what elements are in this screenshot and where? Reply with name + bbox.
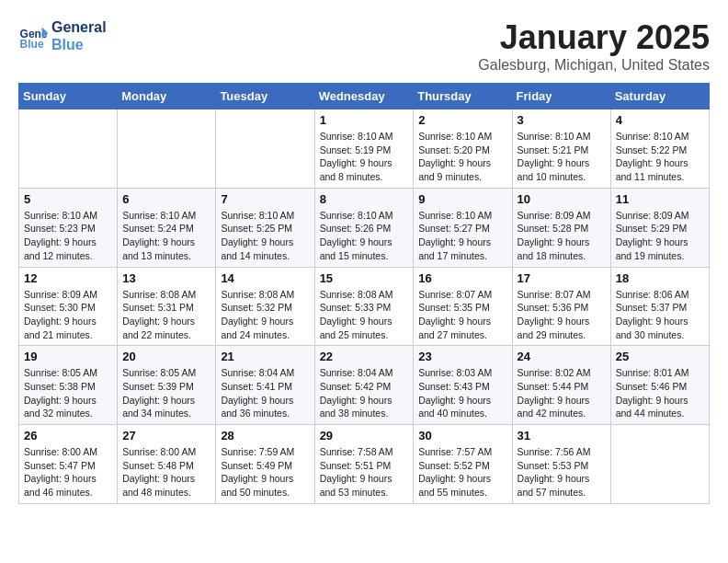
weekday-header: Friday [512, 84, 610, 109]
day-info: Sunrise: 8:00 AM Sunset: 5:47 PM Dayligh… [24, 445, 112, 500]
day-info: Sunrise: 7:59 AM Sunset: 5:49 PM Dayligh… [221, 445, 309, 500]
calendar-cell: 2Sunrise: 8:10 AM Sunset: 5:20 PM Daylig… [414, 109, 512, 189]
day-number: 29 [320, 429, 409, 442]
calendar-week-row: 26Sunrise: 8:00 AM Sunset: 5:47 PM Dayli… [19, 425, 710, 504]
month-title: January 2025 [478, 18, 710, 57]
day-number: 14 [221, 271, 309, 285]
day-info: Sunrise: 7:58 AM Sunset: 5:51 PM Dayligh… [320, 445, 409, 500]
day-info: Sunrise: 8:04 AM Sunset: 5:41 PM Dayligh… [221, 366, 309, 420]
day-info: Sunrise: 8:06 AM Sunset: 5:37 PM Dayligh… [616, 288, 704, 342]
calendar-week-row: 12Sunrise: 8:09 AM Sunset: 5:30 PM Dayli… [19, 267, 710, 346]
day-info: Sunrise: 7:56 AM Sunset: 5:53 PM Dayligh… [518, 445, 606, 500]
day-number: 4 [616, 113, 704, 127]
calendar-cell: 28Sunrise: 7:59 AM Sunset: 5:49 PM Dayli… [216, 425, 314, 504]
day-info: Sunrise: 8:10 AM Sunset: 5:19 PM Dayligh… [320, 130, 409, 184]
day-info: Sunrise: 8:10 AM Sunset: 5:25 PM Dayligh… [221, 209, 309, 263]
day-info: Sunrise: 8:10 AM Sunset: 5:21 PM Dayligh… [518, 130, 606, 184]
calendar-cell [610, 425, 709, 504]
calendar-cell: 11Sunrise: 8:09 AM Sunset: 5:29 PM Dayli… [610, 188, 709, 267]
day-number: 27 [122, 429, 210, 442]
day-info: Sunrise: 8:09 AM Sunset: 5:29 PM Dayligh… [616, 209, 704, 263]
day-number: 16 [418, 271, 506, 285]
svg-text:Blue: Blue [20, 38, 44, 51]
day-number: 1 [320, 113, 409, 127]
weekday-header: Sunday [19, 84, 118, 109]
location: Galesburg, Michigan, United States [478, 57, 710, 74]
logo: General Blue General Blue [18, 18, 107, 53]
calendar-cell: 29Sunrise: 7:58 AM Sunset: 5:51 PM Dayli… [314, 425, 414, 504]
day-number: 8 [320, 192, 409, 206]
day-number: 31 [518, 429, 606, 442]
day-number: 13 [122, 271, 210, 285]
calendar-cell: 13Sunrise: 8:08 AM Sunset: 5:31 PM Dayli… [118, 267, 216, 346]
logo-blue: Blue [51, 36, 107, 53]
day-number: 11 [616, 192, 704, 206]
day-info: Sunrise: 8:10 AM Sunset: 5:22 PM Dayligh… [616, 130, 704, 184]
day-info: Sunrise: 8:07 AM Sunset: 5:36 PM Dayligh… [518, 288, 606, 342]
day-info: Sunrise: 8:10 AM Sunset: 5:20 PM Dayligh… [418, 130, 506, 184]
calendar-cell: 12Sunrise: 8:09 AM Sunset: 5:30 PM Dayli… [19, 267, 118, 346]
day-info: Sunrise: 8:01 AM Sunset: 5:46 PM Dayligh… [616, 366, 704, 420]
day-number: 17 [518, 271, 606, 285]
day-number: 23 [418, 350, 506, 363]
day-info: Sunrise: 8:10 AM Sunset: 5:24 PM Dayligh… [122, 209, 210, 263]
day-info: Sunrise: 8:00 AM Sunset: 5:48 PM Dayligh… [122, 445, 210, 500]
calendar-cell: 8Sunrise: 8:10 AM Sunset: 5:26 PM Daylig… [314, 188, 414, 267]
day-info: Sunrise: 8:09 AM Sunset: 5:30 PM Dayligh… [24, 288, 112, 342]
day-number: 6 [122, 192, 210, 206]
day-number: 30 [418, 429, 506, 442]
calendar-week-row: 5Sunrise: 8:10 AM Sunset: 5:23 PM Daylig… [19, 188, 710, 267]
calendar-cell: 6Sunrise: 8:10 AM Sunset: 5:24 PM Daylig… [118, 188, 216, 267]
day-number: 24 [518, 350, 606, 363]
day-number: 26 [24, 429, 112, 442]
day-info: Sunrise: 8:09 AM Sunset: 5:28 PM Dayligh… [518, 209, 606, 263]
calendar-cell: 1Sunrise: 8:10 AM Sunset: 5:19 PM Daylig… [314, 109, 414, 189]
logo-general: General [51, 18, 107, 36]
day-info: Sunrise: 8:08 AM Sunset: 5:33 PM Dayligh… [320, 288, 409, 342]
calendar-week-row: 1Sunrise: 8:10 AM Sunset: 5:19 PM Daylig… [19, 109, 710, 189]
weekday-header: Monday [118, 84, 216, 109]
day-info: Sunrise: 8:07 AM Sunset: 5:35 PM Dayligh… [418, 288, 506, 342]
day-info: Sunrise: 8:05 AM Sunset: 5:38 PM Dayligh… [24, 366, 112, 420]
calendar-cell: 14Sunrise: 8:08 AM Sunset: 5:32 PM Dayli… [216, 267, 314, 346]
calendar-cell: 26Sunrise: 8:00 AM Sunset: 5:47 PM Dayli… [19, 425, 118, 504]
day-info: Sunrise: 8:10 AM Sunset: 5:23 PM Dayligh… [24, 209, 112, 263]
day-number: 15 [320, 271, 409, 285]
calendar-cell [118, 109, 216, 189]
day-number: 9 [418, 192, 506, 206]
calendar-cell: 25Sunrise: 8:01 AM Sunset: 5:46 PM Dayli… [610, 346, 709, 425]
calendar-cell: 19Sunrise: 8:05 AM Sunset: 5:38 PM Dayli… [19, 346, 118, 425]
calendar-table: SundayMondayTuesdayWednesdayThursdayFrid… [18, 83, 710, 504]
day-number: 5 [24, 192, 112, 206]
day-info: Sunrise: 8:08 AM Sunset: 5:31 PM Dayligh… [122, 288, 210, 342]
calendar-cell: 20Sunrise: 8:05 AM Sunset: 5:39 PM Dayli… [118, 346, 216, 425]
logo-icon: General Blue [18, 21, 48, 51]
day-info: Sunrise: 8:10 AM Sunset: 5:27 PM Dayligh… [418, 209, 506, 263]
calendar-cell: 23Sunrise: 8:03 AM Sunset: 5:43 PM Dayli… [414, 346, 512, 425]
day-number: 12 [24, 271, 112, 285]
day-number: 10 [518, 192, 606, 206]
day-number: 25 [616, 350, 704, 363]
calendar-cell: 5Sunrise: 8:10 AM Sunset: 5:23 PM Daylig… [19, 188, 118, 267]
day-number: 28 [221, 429, 309, 442]
calendar-cell: 17Sunrise: 8:07 AM Sunset: 5:36 PM Dayli… [512, 267, 610, 346]
weekday-header: Saturday [610, 84, 709, 109]
calendar-cell: 15Sunrise: 8:08 AM Sunset: 5:33 PM Dayli… [314, 267, 414, 346]
weekday-header: Tuesday [216, 84, 314, 109]
calendar-cell: 27Sunrise: 8:00 AM Sunset: 5:48 PM Dayli… [118, 425, 216, 504]
day-number: 18 [616, 271, 704, 285]
weekday-header: Thursday [414, 84, 512, 109]
calendar-week-row: 19Sunrise: 8:05 AM Sunset: 5:38 PM Dayli… [19, 346, 710, 425]
day-info: Sunrise: 8:08 AM Sunset: 5:32 PM Dayligh… [221, 288, 309, 342]
day-number: 21 [221, 350, 309, 363]
calendar-cell: 4Sunrise: 8:10 AM Sunset: 5:22 PM Daylig… [610, 109, 709, 189]
calendar-cell [216, 109, 314, 189]
day-info: Sunrise: 8:03 AM Sunset: 5:43 PM Dayligh… [418, 366, 506, 420]
calendar-header: SundayMondayTuesdayWednesdayThursdayFrid… [19, 84, 710, 109]
day-info: Sunrise: 7:57 AM Sunset: 5:52 PM Dayligh… [418, 445, 506, 500]
calendar-cell: 21Sunrise: 8:04 AM Sunset: 5:41 PM Dayli… [216, 346, 314, 425]
calendar-cell: 9Sunrise: 8:10 AM Sunset: 5:27 PM Daylig… [414, 188, 512, 267]
calendar-cell: 22Sunrise: 8:04 AM Sunset: 5:42 PM Dayli… [314, 346, 414, 425]
page-header: General Blue General Blue January 2025 G… [18, 18, 710, 74]
calendar-cell: 10Sunrise: 8:09 AM Sunset: 5:28 PM Dayli… [512, 188, 610, 267]
